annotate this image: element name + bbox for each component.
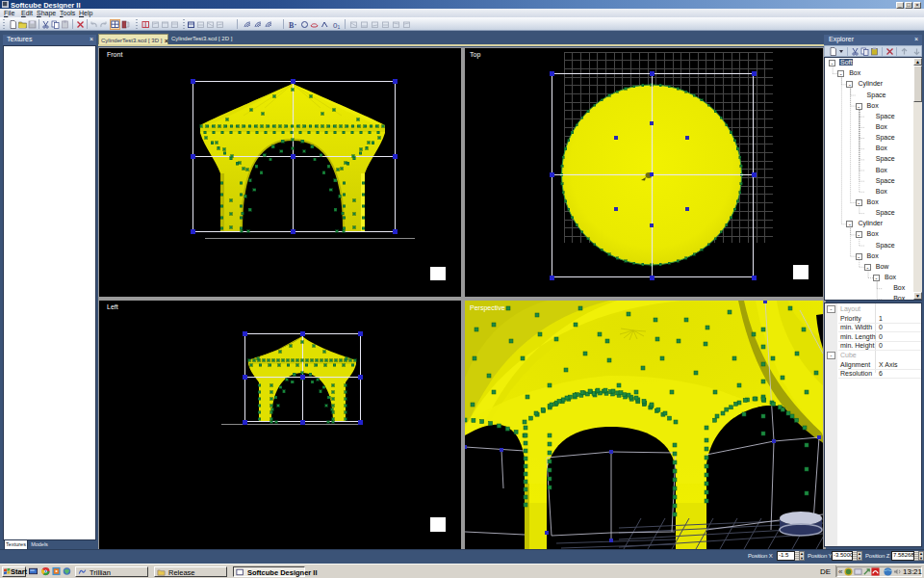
- svg-text:Front: Front: [107, 51, 122, 58]
- svg-text:Left: Left: [107, 303, 118, 310]
- svg-text:1: 1: [338, 24, 341, 30]
- svg-text:Top: Top: [470, 51, 480, 59]
- svg-text:B: B: [289, 21, 295, 30]
- svg-text:Perspective: Perspective: [470, 304, 505, 312]
